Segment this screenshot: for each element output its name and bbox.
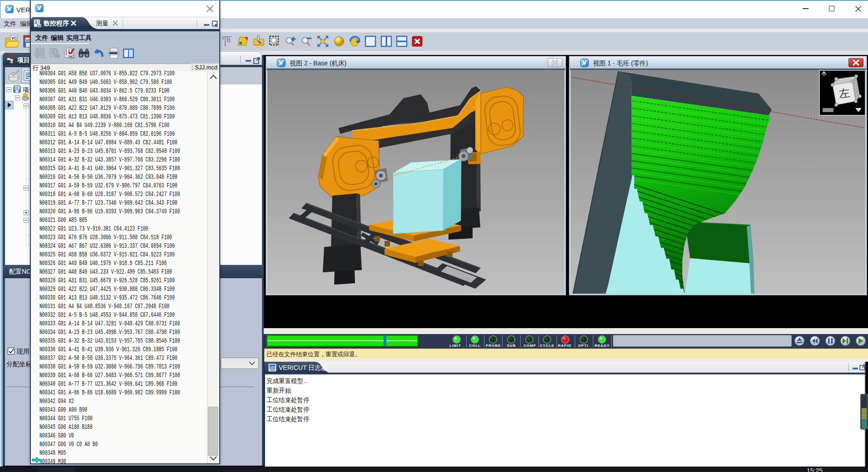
svg-text:LOG: LOG [270, 366, 276, 369]
svg-text:VC: VC [11, 36, 17, 40]
svg-text:VC: VC [15, 87, 19, 89]
svg-text:NC: NC [38, 25, 42, 27]
svg-text:左: 左 [838, 86, 851, 100]
svg-text:NC: NC [69, 55, 74, 58]
svg-text:NC: NC [55, 54, 60, 58]
